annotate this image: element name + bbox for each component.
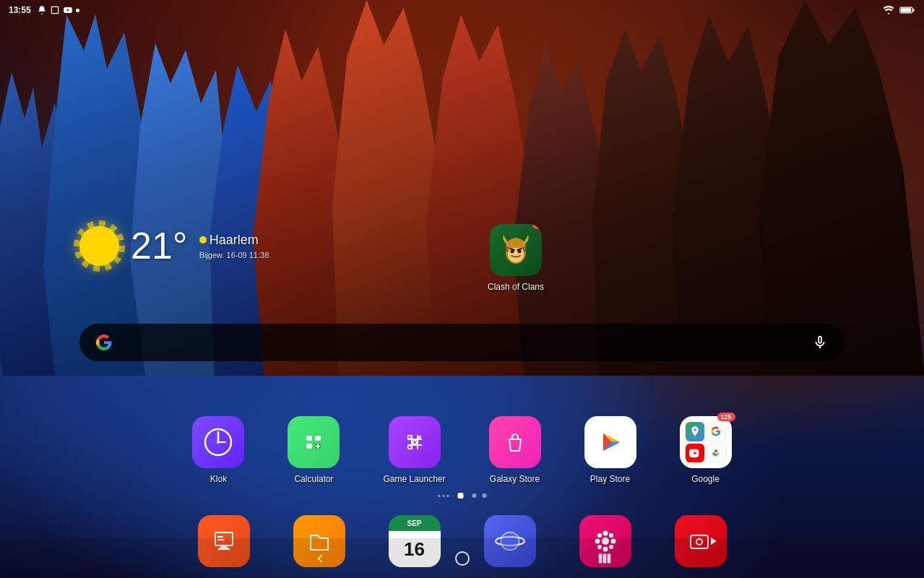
calculator-icon bbox=[288, 416, 340, 468]
svg-line-9 bbox=[108, 234, 112, 238]
mic-icon[interactable] bbox=[810, 332, 830, 353]
recents-icon bbox=[597, 551, 613, 566]
status-time: 13:55 bbox=[9, 5, 31, 15]
weather-temperature: 21° bbox=[131, 224, 188, 267]
svg-point-38 bbox=[413, 441, 416, 444]
google-photos-mini bbox=[707, 444, 726, 463]
google-maps-mini bbox=[686, 422, 705, 441]
notification-dot bbox=[76, 9, 79, 12]
back-button[interactable] bbox=[306, 545, 334, 572]
svg-rect-25 bbox=[315, 436, 321, 441]
status-left-icons bbox=[37, 5, 79, 15]
klok-icon bbox=[192, 416, 244, 468]
svg-rect-2 bbox=[912, 9, 914, 12]
page-indicators bbox=[438, 493, 486, 499]
game-launcher-app[interactable]: Game Launcher bbox=[383, 416, 445, 484]
calc-svg bbox=[298, 426, 329, 458]
google-mini bbox=[707, 422, 726, 441]
svg-point-37 bbox=[407, 446, 411, 449]
alarm-icon bbox=[37, 5, 47, 15]
calendar-month-label: SEP bbox=[407, 519, 421, 527]
svg-point-11 bbox=[90, 236, 110, 256]
game-svg bbox=[399, 426, 431, 458]
youtube-icon bbox=[63, 5, 73, 15]
nav-bar bbox=[0, 538, 924, 578]
google-folder-icon: 125 bbox=[680, 416, 732, 468]
svg-point-57 bbox=[609, 533, 613, 538]
clash-character-svg bbox=[498, 232, 534, 268]
google-g-svg bbox=[95, 333, 113, 352]
page-dot-2 bbox=[482, 493, 486, 498]
google-folder-grid bbox=[680, 416, 732, 468]
svg-rect-19 bbox=[523, 246, 526, 252]
status-right bbox=[882, 5, 915, 15]
svg-line-7 bbox=[87, 234, 91, 238]
home-circle-icon bbox=[455, 551, 470, 566]
svg-point-34 bbox=[407, 436, 411, 439]
google-folder-label: Google bbox=[691, 474, 720, 484]
svg-rect-63 bbox=[603, 553, 606, 563]
page-dot-1 bbox=[472, 493, 476, 498]
play-store-svg bbox=[595, 426, 626, 458]
galaxy-store-app[interactable]: Galaxy Store bbox=[489, 416, 541, 484]
status-left: 13:55 bbox=[9, 5, 79, 15]
back-chevron-icon bbox=[312, 551, 328, 566]
svg-rect-64 bbox=[607, 553, 610, 563]
svg-rect-18 bbox=[506, 246, 509, 252]
home-page-indicator bbox=[457, 493, 463, 499]
page-line-1 bbox=[438, 495, 440, 497]
galaxy-store-icon bbox=[489, 416, 541, 468]
svg-line-8 bbox=[108, 254, 112, 258]
weather-updated: Bijgew. 16-09 11:38 bbox=[199, 251, 269, 259]
clock-svg bbox=[202, 426, 234, 458]
status-bar: 13:55 bbox=[0, 0, 924, 20]
search-bar[interactable] bbox=[79, 324, 845, 361]
svg-point-42 bbox=[714, 453, 717, 456]
apps-row-1: Klok Calculator bbox=[0, 416, 924, 484]
galaxy-store-label: Galaxy Store bbox=[490, 474, 540, 484]
weather-location-info: Haarlem Bijgew. 16-09 11:38 bbox=[199, 233, 269, 259]
galaxy-svg bbox=[499, 426, 531, 458]
klok-app[interactable]: Klok bbox=[192, 416, 244, 484]
svg-rect-1 bbox=[901, 8, 911, 12]
play-store-app[interactable]: Play Store bbox=[584, 416, 636, 484]
screenshot-icon bbox=[50, 5, 60, 15]
page-line-3 bbox=[446, 495, 449, 497]
weather-widget[interactable]: 21° Haarlem Bijgew. 16-09 11:38 bbox=[79, 224, 269, 267]
calculator-app[interactable]: Calculator bbox=[288, 416, 340, 484]
clash-of-clans-label: Clash of Clans bbox=[488, 282, 544, 292]
calendar-header: SEP bbox=[389, 515, 441, 531]
clash-of-clans-icon: 1 bbox=[490, 224, 542, 276]
weather-sun-icon bbox=[79, 226, 119, 266]
location-dot-icon bbox=[199, 236, 207, 243]
recents-button[interactable] bbox=[591, 545, 618, 572]
home-button[interactable] bbox=[449, 545, 475, 571]
svg-line-10 bbox=[87, 254, 91, 258]
play-store-label: Play Store bbox=[590, 474, 630, 484]
svg-rect-26 bbox=[306, 444, 312, 449]
game-launcher-label: Game Launcher bbox=[383, 474, 445, 484]
wifi-icon bbox=[882, 5, 895, 15]
klok-label: Klok bbox=[210, 474, 227, 484]
location-name: Haarlem bbox=[210, 233, 259, 248]
play-store-icon bbox=[584, 416, 636, 468]
google-folder-badge: 125 bbox=[717, 413, 735, 421]
svg-rect-24 bbox=[306, 436, 312, 441]
svg-point-55 bbox=[597, 533, 602, 538]
svg-point-39 bbox=[714, 449, 717, 452]
location-line: Haarlem bbox=[199, 233, 269, 248]
sun-svg bbox=[79, 226, 119, 266]
svg-point-51 bbox=[603, 531, 608, 536]
calculator-label: Calculator bbox=[294, 474, 333, 484]
rock-formations bbox=[0, 0, 924, 578]
page-lines-indicator bbox=[438, 495, 449, 497]
google-logo bbox=[94, 332, 114, 353]
youtube-mini bbox=[686, 444, 705, 463]
battery-icon bbox=[899, 5, 915, 15]
microphone-svg bbox=[812, 335, 828, 350]
google-folder-app[interactable]: 125 bbox=[680, 416, 732, 484]
clash-of-clans-app[interactable]: 1 Clash of Clans bbox=[488, 224, 544, 292]
svg-point-23 bbox=[217, 441, 220, 444]
page-line-2 bbox=[442, 495, 444, 497]
game-launcher-icon bbox=[389, 416, 441, 468]
